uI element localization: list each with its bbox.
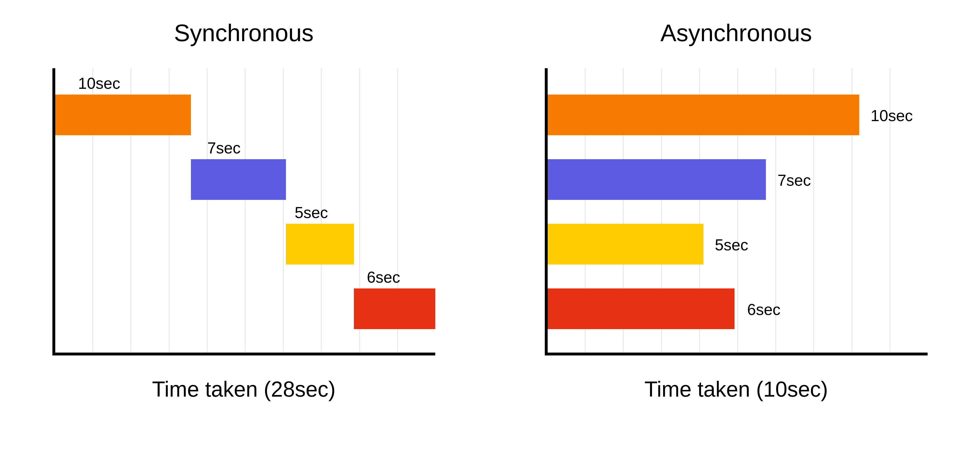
x-axis-icon [52,353,435,356]
bar-async-1 [548,159,766,200]
bar-label-sync-3: 6sec [367,268,400,286]
bar-sync-2 [286,224,354,265]
x-axis-label-async: Time taken (10sec) [644,377,828,402]
bar-async-0 [548,94,859,135]
panel-asynchronous: Asynchronous 10sec 7sec 5sec 6sec [521,19,951,431]
y-axis-icon [52,68,55,356]
bars-async: 10sec 7sec 5sec 6sec [548,68,928,353]
bars-sync: 10sec 7sec 5sec 6sec [55,68,435,353]
bar-async-2 [548,224,703,265]
bar-sync-3 [354,289,435,329]
bar-label-sync-0: 10sec [78,74,120,93]
y-axis-icon [545,68,548,356]
bar-label-async-0: 10sec [871,107,913,125]
x-axis-label-sync: Time taken (28sec) [152,377,336,402]
chart-async: 10sec 7sec 5sec 6sec [545,68,928,356]
bar-label-sync-2: 5sec [294,203,328,222]
bar-label-async-3: 6sec [747,300,780,319]
bar-label-sync-1: 7sec [207,139,240,157]
charts-container: Synchronous 10sec 7sec 5sec 6sec [0,0,980,450]
chart-sync: 10sec 7sec 5sec 6sec [52,68,435,356]
bar-sync-0 [55,94,191,135]
x-axis-icon [545,353,928,356]
panel-synchronous: Synchronous 10sec 7sec 5sec 6sec [29,19,459,431]
bar-async-3 [548,289,735,329]
bar-sync-1 [191,159,286,200]
panel-title-sync: Synchronous [174,19,313,47]
bar-label-async-1: 7sec [778,171,811,189]
bar-label-async-2: 5sec [715,236,748,254]
panel-title-async: Asynchronous [660,19,812,47]
